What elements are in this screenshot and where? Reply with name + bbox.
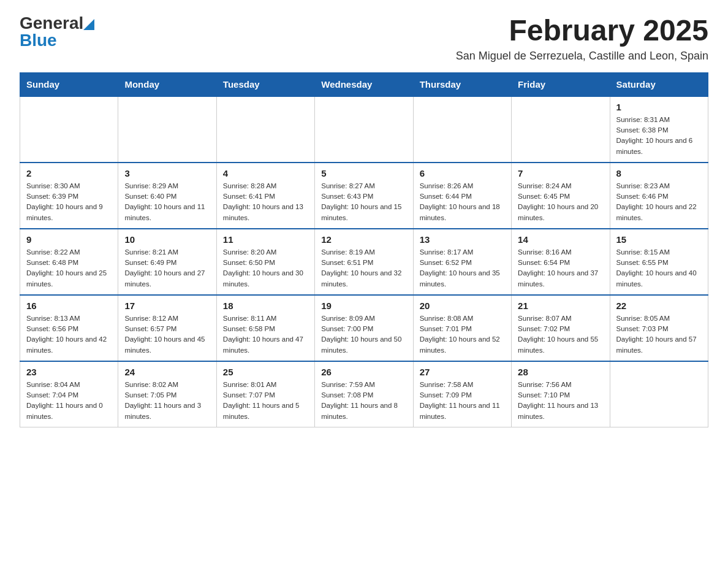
day-info: Sunrise: 8:17 AMSunset: 6:52 PMDaylight:… <box>420 247 505 289</box>
calendar-day-cell: 20Sunrise: 8:08 AMSunset: 7:01 PMDayligh… <box>413 295 511 361</box>
calendar-empty-cell <box>20 96 118 163</box>
calendar-day-cell: 21Sunrise: 8:07 AMSunset: 7:02 PMDayligh… <box>512 295 610 361</box>
day-info: Sunrise: 8:13 AMSunset: 6:56 PMDaylight:… <box>26 313 112 356</box>
day-number: 26 <box>321 367 406 377</box>
day-number: 8 <box>616 168 702 178</box>
calendar-header-wednesday: Wednesday <box>315 72 413 96</box>
calendar-day-cell: 19Sunrise: 8:09 AMSunset: 7:00 PMDayligh… <box>315 295 413 361</box>
day-info: Sunrise: 8:01 AMSunset: 7:07 PMDaylight:… <box>223 380 308 422</box>
calendar-empty-cell <box>216 96 314 163</box>
calendar-header-row: SundayMondayTuesdayWednesdayThursdayFrid… <box>20 72 708 96</box>
day-number: 6 <box>420 168 505 178</box>
calendar-day-cell: 4Sunrise: 8:28 AMSunset: 6:41 PMDaylight… <box>216 163 314 229</box>
day-info: Sunrise: 8:27 AMSunset: 6:43 PMDaylight:… <box>321 181 406 223</box>
day-info: Sunrise: 7:58 AMSunset: 7:09 PMDaylight:… <box>420 380 505 422</box>
day-info: Sunrise: 7:56 AMSunset: 7:10 PMDaylight:… <box>518 380 603 422</box>
day-info: Sunrise: 8:19 AMSunset: 6:51 PMDaylight:… <box>321 247 406 289</box>
day-number: 5 <box>321 168 406 178</box>
day-number: 18 <box>223 301 308 311</box>
calendar-header-tuesday: Tuesday <box>216 72 314 96</box>
day-info: Sunrise: 8:31 AMSunset: 6:38 PMDaylight:… <box>616 115 702 157</box>
day-info: Sunrise: 8:09 AMSunset: 7:00 PMDaylight:… <box>321 313 406 356</box>
calendar-table: SundayMondayTuesdayWednesdayThursdayFrid… <box>20 72 708 427</box>
day-info: Sunrise: 8:20 AMSunset: 6:50 PMDaylight:… <box>223 247 308 289</box>
calendar-day-cell: 10Sunrise: 8:21 AMSunset: 6:49 PMDayligh… <box>118 229 216 295</box>
day-number: 20 <box>420 301 505 311</box>
calendar-empty-cell <box>315 96 413 163</box>
day-number: 27 <box>420 367 505 377</box>
calendar-title: February 2025 <box>456 15 708 47</box>
day-number: 1 <box>616 102 702 112</box>
calendar-day-cell: 26Sunrise: 7:59 AMSunset: 7:08 PMDayligh… <box>315 361 413 427</box>
day-info: Sunrise: 8:29 AMSunset: 6:40 PMDaylight:… <box>124 181 210 223</box>
calendar-day-cell: 22Sunrise: 8:05 AMSunset: 7:03 PMDayligh… <box>610 295 708 361</box>
calendar-day-cell: 14Sunrise: 8:16 AMSunset: 6:54 PMDayligh… <box>512 229 610 295</box>
day-info: Sunrise: 8:23 AMSunset: 6:46 PMDaylight:… <box>616 181 702 223</box>
day-number: 14 <box>518 234 603 245</box>
day-info: Sunrise: 7:59 AMSunset: 7:08 PMDaylight:… <box>321 380 406 422</box>
day-number: 2 <box>26 168 112 178</box>
day-info: Sunrise: 8:26 AMSunset: 6:44 PMDaylight:… <box>420 181 505 223</box>
calendar-header-sunday: Sunday <box>20 72 118 96</box>
day-number: 13 <box>420 234 505 245</box>
logo: General Blue <box>20 15 94 49</box>
calendar-day-cell: 28Sunrise: 7:56 AMSunset: 7:10 PMDayligh… <box>512 361 610 427</box>
day-number: 24 <box>124 367 210 377</box>
title-section: February 2025 San Miguel de Serrezuela, … <box>456 15 708 63</box>
logo-general: General <box>20 15 83 32</box>
calendar-day-cell: 25Sunrise: 8:01 AMSunset: 7:07 PMDayligh… <box>216 361 314 427</box>
day-number: 28 <box>518 367 603 377</box>
day-number: 7 <box>518 168 603 178</box>
day-number: 10 <box>124 234 210 245</box>
day-number: 19 <box>321 301 406 311</box>
day-number: 4 <box>223 168 308 178</box>
calendar-day-cell: 8Sunrise: 8:23 AMSunset: 6:46 PMDaylight… <box>610 163 708 229</box>
day-info: Sunrise: 8:15 AMSunset: 6:55 PMDaylight:… <box>616 247 702 289</box>
calendar-day-cell: 16Sunrise: 8:13 AMSunset: 6:56 PMDayligh… <box>20 295 118 361</box>
calendar-week-row: 16Sunrise: 8:13 AMSunset: 6:56 PMDayligh… <box>20 295 708 361</box>
day-number: 21 <box>518 301 603 311</box>
day-info: Sunrise: 8:24 AMSunset: 6:45 PMDaylight:… <box>518 181 603 223</box>
day-number: 25 <box>223 367 308 377</box>
day-info: Sunrise: 8:08 AMSunset: 7:01 PMDaylight:… <box>420 313 505 356</box>
day-number: 22 <box>616 301 702 311</box>
calendar-day-cell: 9Sunrise: 8:22 AMSunset: 6:48 PMDaylight… <box>20 229 118 295</box>
day-info: Sunrise: 8:16 AMSunset: 6:54 PMDaylight:… <box>518 247 603 289</box>
calendar-week-row: 23Sunrise: 8:04 AMSunset: 7:04 PMDayligh… <box>20 361 708 427</box>
calendar-empty-cell <box>610 361 708 427</box>
calendar-header-friday: Friday <box>512 72 610 96</box>
day-info: Sunrise: 8:11 AMSunset: 6:58 PMDaylight:… <box>223 313 308 356</box>
calendar-day-cell: 17Sunrise: 8:12 AMSunset: 6:57 PMDayligh… <box>118 295 216 361</box>
calendar-week-row: 1Sunrise: 8:31 AMSunset: 6:38 PMDaylight… <box>20 96 708 163</box>
page-header: General Blue February 2025 San Miguel de… <box>20 15 708 63</box>
day-number: 17 <box>124 301 210 311</box>
day-number: 11 <box>223 234 308 245</box>
day-info: Sunrise: 8:22 AMSunset: 6:48 PMDaylight:… <box>26 247 112 289</box>
calendar-empty-cell <box>512 96 610 163</box>
day-info: Sunrise: 8:21 AMSunset: 6:49 PMDaylight:… <box>124 247 210 289</box>
calendar-day-cell: 1Sunrise: 8:31 AMSunset: 6:38 PMDaylight… <box>610 96 708 163</box>
calendar-header-monday: Monday <box>118 72 216 96</box>
calendar-day-cell: 3Sunrise: 8:29 AMSunset: 6:40 PMDaylight… <box>118 163 216 229</box>
calendar-day-cell: 18Sunrise: 8:11 AMSunset: 6:58 PMDayligh… <box>216 295 314 361</box>
calendar-day-cell: 7Sunrise: 8:24 AMSunset: 6:45 PMDaylight… <box>512 163 610 229</box>
calendar-subtitle: San Miguel de Serrezuela, Castille and L… <box>456 50 708 63</box>
calendar-week-row: 2Sunrise: 8:30 AMSunset: 6:39 PMDaylight… <box>20 163 708 229</box>
calendar-day-cell: 2Sunrise: 8:30 AMSunset: 6:39 PMDaylight… <box>20 163 118 229</box>
calendar-header-saturday: Saturday <box>610 72 708 96</box>
day-number: 12 <box>321 234 406 245</box>
day-info: Sunrise: 8:02 AMSunset: 7:05 PMDaylight:… <box>124 380 210 422</box>
calendar-week-row: 9Sunrise: 8:22 AMSunset: 6:48 PMDaylight… <box>20 229 708 295</box>
calendar-day-cell: 6Sunrise: 8:26 AMSunset: 6:44 PMDaylight… <box>413 163 511 229</box>
calendar-day-cell: 12Sunrise: 8:19 AMSunset: 6:51 PMDayligh… <box>315 229 413 295</box>
calendar-day-cell: 11Sunrise: 8:20 AMSunset: 6:50 PMDayligh… <box>216 229 314 295</box>
svg-marker-0 <box>83 19 94 30</box>
day-info: Sunrise: 8:28 AMSunset: 6:41 PMDaylight:… <box>223 181 308 223</box>
logo-blue: Blue <box>20 31 57 50</box>
day-info: Sunrise: 8:30 AMSunset: 6:39 PMDaylight:… <box>26 181 112 223</box>
calendar-day-cell: 27Sunrise: 7:58 AMSunset: 7:09 PMDayligh… <box>413 361 511 427</box>
calendar-day-cell: 23Sunrise: 8:04 AMSunset: 7:04 PMDayligh… <box>20 361 118 427</box>
day-number: 23 <box>26 367 112 377</box>
day-info: Sunrise: 8:12 AMSunset: 6:57 PMDaylight:… <box>124 313 210 356</box>
calendar-day-cell: 24Sunrise: 8:02 AMSunset: 7:05 PMDayligh… <box>118 361 216 427</box>
